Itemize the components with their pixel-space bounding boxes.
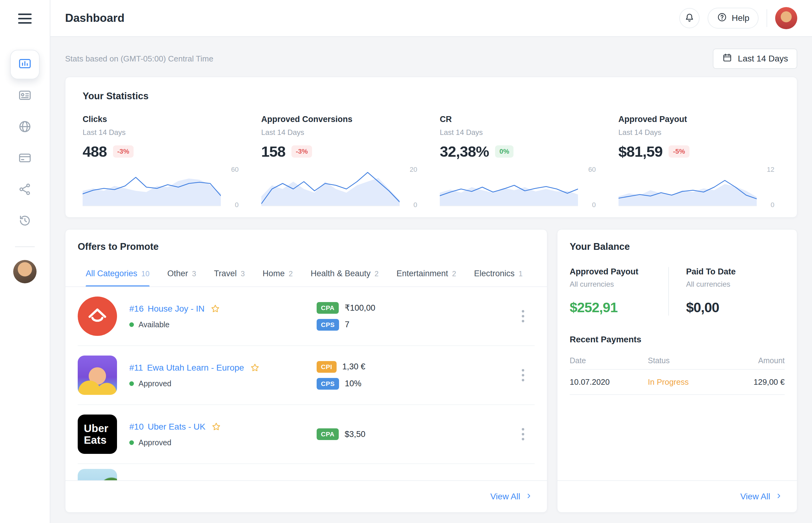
statistics-title: Your Statistics (82, 91, 780, 102)
cps-badge: CPS (317, 378, 339, 390)
offer-name: House Joy - IN (148, 304, 205, 314)
sidebar-item-profile-card[interactable] (10, 81, 40, 111)
stat-value: 488 (82, 143, 107, 160)
offer-link[interactable]: #11 Ewa Utah Learn - Europe (129, 363, 244, 373)
tab-home[interactable]: Home 2 (263, 263, 293, 286)
bell-icon (684, 12, 695, 24)
offer-row-ewa-utah-learn: #11 Ewa Utah Learn - Europe App (78, 346, 535, 405)
paid-to-date-value: $0,00 (686, 300, 785, 315)
offer-link[interactable]: #10 Uber Eats - UK (129, 422, 205, 432)
y-axis-min: 0 (771, 201, 774, 209)
tab-health-beauty[interactable]: Health & Beauty 2 (310, 263, 378, 286)
offer-id: #10 (129, 422, 144, 432)
stat-value: 158 (261, 143, 286, 160)
payment-amount: 129,00 € (720, 377, 785, 387)
tab-all-categories[interactable]: All Categories 10 (86, 263, 150, 286)
stat-delta-badge: 0% (495, 145, 513, 158)
tab-label: Other (167, 269, 188, 278)
uber-eats-logo: Uber Eats (78, 415, 117, 454)
page-content: Stats based on (GMT-05:00) Central Time … (50, 37, 812, 523)
stat-approved-payout: Approved Payout Last 14 Days $81,59 -5% … (619, 114, 780, 206)
offer-name: Uber Eats - UK (148, 422, 205, 432)
offer-id: #11 (129, 363, 143, 373)
ewa-utah-learn-logo (78, 356, 117, 395)
favorite-star-icon[interactable] (211, 421, 222, 432)
timezone-note: Stats based on (GMT-05:00) Central Time (65, 54, 213, 64)
approved-payout-block: Approved Payout All currencies $252,91 (570, 267, 668, 315)
offer-payout-badges: CPA $3,50 (317, 428, 513, 440)
status-dot (129, 322, 134, 327)
links-icon (18, 182, 32, 198)
hamburger-icon[interactable] (18, 0, 32, 37)
badge-value: $3,50 (344, 430, 365, 439)
sidebar (0, 0, 50, 523)
sidebar-item-links[interactable] (10, 175, 40, 205)
stat-clicks: Clicks Last 14 Days 488 -3% 60 0 (82, 114, 244, 206)
sidebar-item-dashboard[interactable] (10, 50, 40, 79)
paid-to-date-sub: All currencies (686, 280, 785, 289)
notifications-button[interactable] (679, 8, 700, 28)
cpa-badge: CPA (317, 428, 339, 440)
offer-row-partial[interactable] (65, 464, 547, 480)
favorite-star-icon[interactable] (210, 304, 221, 314)
offer-status: Available (129, 320, 317, 329)
favorite-star-icon[interactable] (250, 363, 260, 373)
chevron-right-icon (775, 492, 782, 502)
y-axis-max: 60 (588, 166, 596, 174)
offer-status: Approved (129, 379, 317, 388)
column-status: Status (648, 356, 720, 365)
y-axis-min: 0 (235, 201, 239, 209)
uber-eats-logo-text: Uber Eats (84, 422, 115, 446)
tab-electronics[interactable]: Electronics 1 (474, 263, 523, 286)
stat-delta-badge: -3% (291, 145, 312, 158)
tab-label: Health & Beauty (310, 269, 371, 278)
stat-period: Last 14 Days (440, 128, 601, 137)
offer-name: Ewa Utah Learn - Europe (147, 363, 244, 373)
topbar-actions: Help (679, 7, 797, 29)
sidebar-item-history[interactable] (10, 206, 40, 236)
approved-payout-label: Approved Payout (570, 267, 668, 276)
tab-label: Entertainment (396, 269, 448, 278)
offers-view-all-link[interactable]: View All (490, 492, 532, 502)
tab-label: Home (263, 269, 285, 278)
paid-to-date-label: Paid To Date (686, 267, 785, 276)
balance-card: Your Balance Approved Payout All currenc… (557, 229, 797, 512)
user-avatar[interactable] (775, 7, 797, 29)
offer-link[interactable]: #16 House Joy - IN (129, 304, 205, 314)
partial-offer-logo (78, 469, 117, 480)
sidebar-avatar[interactable] (13, 260, 37, 283)
credit-card-icon (18, 151, 32, 166)
status-label: Approved (138, 379, 171, 388)
recent-payments-title: Recent Payments (570, 335, 785, 344)
status-dot (129, 381, 134, 386)
tab-label: All Categories (86, 269, 137, 278)
date-range-button[interactable]: Last 14 Days (713, 49, 797, 69)
tab-count: 10 (141, 270, 150, 278)
sidebar-item-global[interactable] (10, 112, 40, 142)
tab-count: 3 (241, 270, 245, 278)
sidebar-divider (15, 247, 35, 247)
tab-entertainment[interactable]: Entertainment 2 (396, 263, 456, 286)
tab-other[interactable]: Other 3 (167, 263, 196, 286)
history-icon (18, 214, 32, 229)
main-area: Dashboard Help Stats base (50, 0, 812, 523)
offer-info: #10 Uber Eats - UK Approved (129, 421, 317, 447)
offer-info: #11 Ewa Utah Learn - Europe App (129, 363, 317, 388)
payment-row: 10.07.2020 In Progress 129,00 € (570, 369, 785, 395)
y-axis-max: 60 (231, 166, 239, 174)
balance-view-all-link[interactable]: View All (740, 492, 782, 502)
tab-count: 3 (192, 270, 196, 278)
offer-menu-button[interactable] (513, 424, 533, 445)
payments-table-header: Date Status Amount (570, 352, 785, 369)
page-title: Dashboard (65, 12, 125, 24)
offer-menu-button[interactable] (513, 306, 533, 327)
tab-travel[interactable]: Travel 3 (214, 263, 245, 286)
tab-count: 2 (375, 270, 379, 278)
stat-period: Last 14 Days (261, 128, 423, 137)
y-axis-min: 0 (413, 201, 417, 209)
offer-menu-button[interactable] (513, 365, 533, 386)
stat-delta-badge: -3% (113, 145, 134, 158)
sidebar-item-billing[interactable] (10, 144, 40, 173)
status-dot (129, 440, 134, 445)
help-button[interactable]: Help (707, 8, 759, 29)
